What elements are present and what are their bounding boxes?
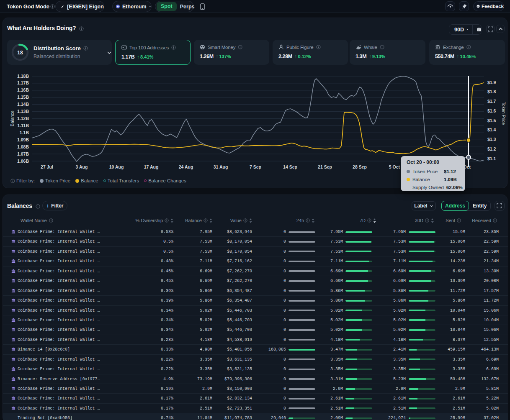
svg-text:18: 18	[17, 50, 23, 56]
svg-text:14 Sep: 14 Sep	[283, 164, 297, 169]
svg-text:1.13B: 1.13B	[17, 109, 29, 114]
svg-text:1.06B: 1.06B	[17, 159, 29, 164]
svg-text:3 Aug: 3 Aug	[76, 164, 88, 169]
svg-text:24 Aug: 24 Aug	[179, 164, 193, 169]
svg-text:$1.9: $1.9	[487, 80, 496, 85]
svg-text:7 Sep: 7 Sep	[250, 164, 261, 169]
svg-text:17 Aug: 17 Aug	[144, 164, 159, 169]
svg-text:5 Oct: 5 Oct	[389, 164, 400, 169]
svg-text:$1.5: $1.5	[487, 118, 496, 123]
svg-text:1.15B: 1.15B	[17, 95, 29, 100]
svg-text:$1.2: $1.2	[487, 146, 496, 151]
svg-text:Balance: Balance	[10, 110, 15, 126]
svg-text:$1.4: $1.4	[487, 127, 496, 132]
svg-text:1.16B: 1.16B	[17, 87, 29, 92]
svg-text:1.14B: 1.14B	[17, 102, 29, 107]
svg-text:1.18B: 1.18B	[17, 74, 29, 79]
svg-text:1.11B: 1.11B	[18, 123, 29, 128]
svg-text:1.09B: 1.09B	[17, 137, 29, 142]
svg-text:$1.7: $1.7	[487, 99, 496, 104]
svg-text:Token Price: Token Price	[501, 102, 506, 125]
svg-text:31 Aug: 31 Aug	[214, 164, 228, 169]
svg-text:1.17B: 1.17B	[17, 80, 29, 85]
svg-text:27 Jul: 27 Jul	[41, 164, 53, 169]
svg-text:$1.3: $1.3	[487, 137, 496, 142]
svg-text:1.08B: 1.08B	[17, 144, 29, 149]
svg-text:$1.1: $1.1	[487, 156, 496, 161]
svg-text:28 Sep: 28 Sep	[353, 164, 367, 169]
svg-text:1.07B: 1.07B	[17, 151, 29, 156]
svg-text:21 Sep: 21 Sep	[318, 164, 332, 169]
svg-text:$1.8: $1.8	[487, 89, 496, 94]
svg-text:10 Aug: 10 Aug	[109, 164, 124, 169]
svg-text:$1.6: $1.6	[487, 108, 496, 113]
svg-text:1.12B: 1.12B	[17, 116, 29, 121]
svg-text:1.1B: 1.1B	[20, 130, 29, 135]
